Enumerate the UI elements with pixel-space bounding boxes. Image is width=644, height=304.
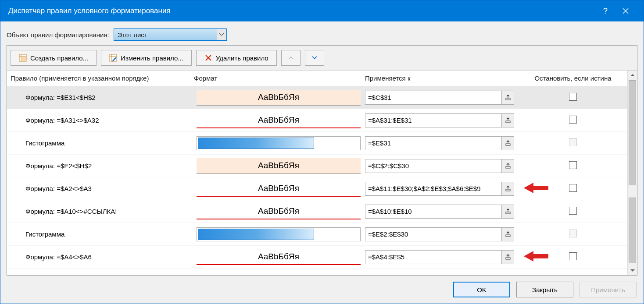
stop-if-true-cell [519, 116, 627, 125]
range-picker-button[interactable] [502, 136, 514, 150]
svg-rect-18 [506, 258, 510, 259]
range-picker-button[interactable] [502, 250, 514, 264]
stop-if-true-checkbox[interactable] [569, 161, 577, 169]
scrollbar-thumb-lower[interactable] [629, 198, 636, 263]
range-picker-icon [505, 95, 511, 101]
rules-table-header: Правило (применяется в указанном порядке… [7, 71, 627, 86]
stop-if-true-cell [519, 230, 627, 239]
svg-rect-16 [506, 212, 510, 214]
range-picker-button[interactable] [502, 159, 514, 173]
header-format: Формат [191, 74, 362, 82]
range-picker-button[interactable] [502, 113, 514, 127]
stop-if-true-cell [519, 93, 627, 103]
rule-format-cell [191, 136, 362, 150]
table-row[interactable]: Формула: =$A2<>$A3AaBbБбЯя [7, 177, 627, 200]
range-picker-button[interactable] [502, 227, 514, 241]
table-row[interactable]: Формула: =$A31<>$A32AaBbБбЯя [7, 109, 627, 132]
rule-format-cell: AaBbБбЯя [191, 181, 362, 197]
range-picker-icon [505, 140, 511, 146]
dialog-window: Диспетчер правил условного форматировани… [0, 0, 644, 304]
table-row[interactable]: Гистограмма [7, 223, 627, 246]
stop-if-true-cell [519, 161, 627, 171]
scope-value: Этот лист [118, 31, 147, 39]
databar-preview [198, 138, 314, 149]
rule-description: Формула: =$E31<$H$2 [7, 94, 191, 101]
move-up-button[interactable] [281, 50, 301, 66]
format-preview: AaBbБбЯя [197, 90, 361, 106]
stop-if-true-checkbox[interactable] [569, 207, 577, 215]
applies-to-input[interactable] [365, 182, 502, 196]
dialog-button-row: OK Закрыть Применить [0, 276, 644, 304]
delete-rule-button[interactable]: Удалить правило [196, 50, 277, 66]
stop-if-true-checkbox [569, 138, 577, 146]
header-stop: Остановить, если истина [519, 74, 627, 82]
close-window-button[interactable] [615, 0, 636, 21]
applies-to-input[interactable] [365, 227, 502, 241]
stop-if-true-cell [519, 138, 627, 148]
rule-format-cell: AaBbБбЯя [191, 249, 362, 265]
table-row[interactable]: Гистограмма [7, 132, 627, 155]
applies-to-cell [362, 113, 519, 127]
rule-format-cell: AaBbБбЯя [191, 158, 362, 174]
stop-if-true-checkbox[interactable] [569, 252, 577, 260]
scroll-up-icon[interactable] [628, 71, 637, 80]
dialog-content: Объект правил форматирования: Этот лист … [0, 21, 644, 304]
vertical-scrollbar[interactable] [627, 71, 637, 275]
move-down-button[interactable] [305, 50, 324, 66]
edit-rule-button[interactable]: Изменить правило... [101, 50, 192, 66]
stop-if-true-cell [519, 207, 627, 216]
help-button[interactable]: ? [595, 0, 615, 21]
applies-to-input[interactable] [365, 205, 502, 219]
chevron-down-icon[interactable] [217, 29, 226, 40]
rules-table-main: Правило (применяется в указанном порядке… [7, 71, 627, 275]
rule-description: Гистограмма [7, 230, 191, 238]
range-picker-button[interactable] [502, 182, 514, 196]
callout-arrow-icon [524, 181, 548, 196]
new-rule-button[interactable]: Создать правило... [11, 50, 97, 66]
applies-to-cell [362, 250, 519, 264]
applies-to-input[interactable] [365, 250, 502, 264]
range-picker-button[interactable] [502, 91, 514, 105]
svg-rect-5 [21, 57, 26, 61]
svg-rect-17 [506, 235, 510, 237]
rule-description: Формула: =$A4<>$A6 [7, 253, 191, 261]
rule-description: Формула: =$A2<>$A3 [7, 185, 191, 192]
svg-rect-13 [506, 144, 510, 145]
close-button[interactable]: Закрыть [516, 282, 573, 297]
scope-dropdown[interactable]: Этот лист [114, 28, 227, 41]
applies-to-input[interactable] [365, 159, 502, 173]
rule-format-cell: AaBbБбЯя [191, 204, 362, 219]
ok-button[interactable]: OK [453, 282, 510, 297]
format-preview [197, 136, 361, 150]
applies-to-input[interactable] [365, 91, 502, 105]
range-picker-icon [505, 117, 511, 124]
titlebar: Диспетчер правил условного форматировани… [0, 0, 644, 21]
stop-if-true-checkbox[interactable] [569, 93, 577, 101]
applies-to-cell [362, 227, 519, 241]
applies-to-cell [362, 91, 519, 105]
stop-if-true-checkbox[interactable] [569, 184, 577, 192]
chevron-down-icon [312, 56, 317, 60]
stop-if-true-checkbox[interactable] [569, 116, 577, 124]
format-preview: AaBbБбЯя [197, 204, 361, 219]
scroll-down-icon[interactable] [628, 265, 637, 275]
range-picker-button[interactable] [502, 205, 514, 219]
svg-rect-11 [506, 98, 510, 100]
rule-description: Формула: =$A10<>#ССЫЛКА! [7, 208, 191, 215]
rules-panel: Создать правило... Изменить правило... У… [7, 45, 637, 276]
rule-format-cell [191, 227, 362, 241]
table-row[interactable]: Формула: =$A4<>$A6AaBbБбЯя [7, 246, 627, 269]
edit-rule-icon [109, 54, 117, 62]
apply-button[interactable]: Применить [580, 282, 637, 297]
scrollbar-thumb-upper[interactable] [629, 80, 636, 185]
applies-to-input[interactable] [365, 113, 502, 127]
callout-arrow-icon [524, 250, 548, 265]
table-row[interactable]: Формула: =$E31<$H$2AaBbБбЯя [7, 86, 627, 109]
new-rule-icon [19, 54, 27, 62]
range-picker-icon [505, 231, 511, 237]
format-preview: AaBbБбЯя [197, 158, 361, 174]
table-row[interactable]: Формула: =$A10<>#ССЫЛКА!AaBbБбЯя [7, 200, 627, 223]
table-row[interactable]: Формула: =$E2<$H$2AaBbБбЯя [7, 155, 627, 177]
applies-to-input[interactable] [365, 136, 502, 150]
svg-rect-14 [506, 166, 510, 168]
